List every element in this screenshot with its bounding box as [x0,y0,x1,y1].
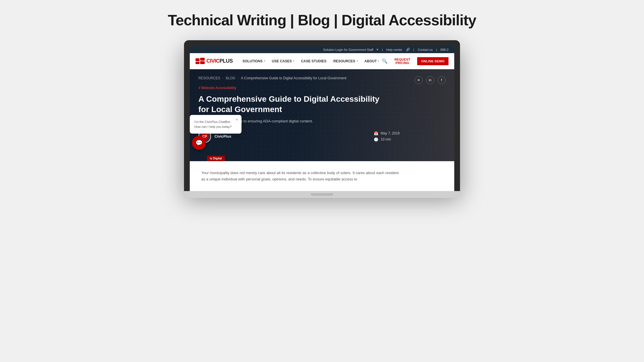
laptop-notch [310,193,334,196]
article-title: A Comprehensive Guide to Digital Accessi… [198,94,382,115]
sep3: 🔗 [406,48,410,51]
meta-date: 📅 May 7, 2019 [374,131,400,136]
logo-area[interactable]: CIVICPLUS [195,58,233,65]
chatbot-popup: × I'm the CivicPlus ChatBot. How can I h… [190,115,241,134]
breadcrumb-sep1: › [223,77,223,80]
breadcrumb-current: A Comprehensive Guide to Digital Accessi… [241,76,346,80]
phone-number: 888-2 [440,48,448,51]
svg-rect-1 [195,62,200,64]
article-tag: # Website Accessibility [198,86,446,90]
solutions-chevron: ▾ [264,60,265,62]
svg-rect-0 [195,58,200,61]
social-icons: ✕ in f [415,76,446,84]
help-center-link[interactable]: Help center [386,48,402,51]
navbar: CIVICPLUS SOLUTIONS ▾ USE CASES ▾ CASE S… [190,53,454,69]
search-icon[interactable]: 🔍 [382,58,388,64]
laptop-wrapper: Solution Login for Government Staff ▾ | … [184,40,460,198]
sep5: | [436,48,437,51]
nav-about[interactable]: ABOUT ▾ [362,57,382,65]
online-demo-button[interactable]: ONLINE DEMO [417,57,448,65]
laptop-base [184,191,460,198]
calendar-icon: 📅 [374,131,378,136]
nav-right: 🔍 REQUEST PRICING ONLINE DEMO [382,57,448,65]
what-is-badge: is Digital [207,156,225,161]
top-bar: Solution Login for Government Staff ▾ | … [190,46,454,53]
solution-login-link[interactable]: Solution Login for Government Staff [323,48,373,51]
contact-link[interactable]: Contact us [417,48,433,51]
page-title: Technical Writing | Blog | Digital Acces… [168,11,476,29]
svg-rect-2 [200,58,205,61]
clock-icon: 🕐 [374,137,378,142]
linkedin-social-icon[interactable]: in [426,76,434,84]
nav-case-studies[interactable]: CASE STUDIES [298,57,329,65]
laptop-body: Solution Login for Government Staff ▾ | … [184,40,460,191]
read-time-value: 10 min [381,137,391,141]
content-section: Your municipality does not merely care a… [190,161,454,191]
sep2: | [382,48,383,51]
laptop-screen: Solution Login for Government Staff ▾ | … [190,46,454,191]
breadcrumb-blog[interactable]: BLOG [226,76,235,80]
facebook-social-icon[interactable]: f [438,76,446,84]
chatbot-popup-text: I'm the CivicPlus ChatBot. How can I hel… [194,120,237,129]
breadcrumb: RESOURCES › BLOG › A Comprehensive Guide… [198,76,446,80]
article-body: Your municipality does not merely care a… [201,170,402,182]
sep1: ▾ [377,48,378,51]
top-bar-links: Solution Login for Government Staff ▾ | … [323,48,448,51]
svg-rect-3 [200,61,205,64]
request-pricing-button[interactable]: REQUEST PRICING [391,58,414,65]
hero-section: RESOURCES › BLOG › A Comprehensive Guide… [190,69,454,161]
chatbot-container: × I'm the CivicPlus ChatBot. How can I h… [190,136,206,150]
breadcrumb-resources[interactable]: RESOURCES [198,76,220,80]
nav-resources[interactable]: RESOURCES ▾ [331,57,361,65]
meta-items: 📅 May 7, 2019 🕐 10 min [374,131,400,142]
nav-items: SOLUTIONS ▾ USE CASES ▾ CASE STUDIES RES… [240,57,382,65]
nav-use-cases[interactable]: USE CASES ▾ [269,57,297,65]
use-cases-chevron: ▾ [293,60,294,62]
chatbot-bubble[interactable]: 💬 [192,136,206,150]
logo-text: CIVICPLUS [206,58,233,64]
civicplus-logo-icon [195,58,205,65]
x-social-icon[interactable]: ✕ [415,76,423,84]
author-name: CivicPlus [214,134,231,138]
about-chevron: ▾ [378,60,379,62]
sep4: | [413,48,414,51]
breadcrumb-sep2: › [238,77,239,80]
meta-read-time: 🕐 10 min [374,137,400,142]
nav-solutions[interactable]: SOLUTIONS ▾ [240,57,268,65]
chatbot-close-button[interactable]: × [235,117,239,122]
date-value: May 7, 2019 [381,131,400,135]
resources-chevron: ▾ [356,60,358,62]
chatbot-icon: 💬 [195,139,203,146]
